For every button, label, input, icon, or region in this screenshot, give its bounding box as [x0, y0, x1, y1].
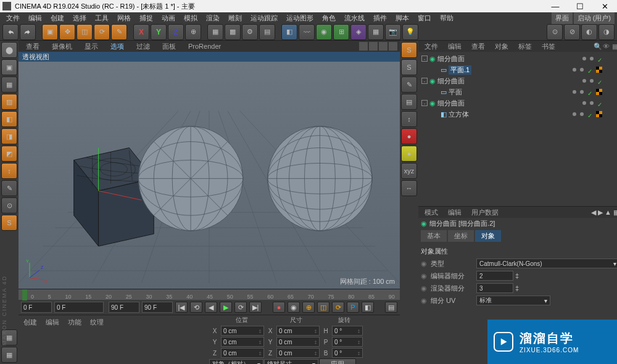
ms-9[interactable]: ↔: [401, 180, 417, 196]
ms-8[interactable]: xyz: [401, 163, 417, 179]
attr-userdata[interactable]: 用户数据: [468, 207, 502, 218]
record-key[interactable]: ●: [273, 302, 285, 313]
frame-current-input[interactable]: [54, 302, 104, 313]
vp-tab-prorender[interactable]: ProRender: [183, 41, 226, 51]
viewport-solo2[interactable]: ▦: [1, 347, 17, 363]
z-axis-lock[interactable]: Z: [168, 24, 184, 40]
tree-row[interactable]: ◧立方体✓: [420, 109, 617, 120]
menu-render[interactable]: 渲染: [202, 12, 223, 24]
sds-type-dropdown[interactable]: Catmull-Clark(N-Gons)▾: [476, 259, 617, 268]
ms-2[interactable]: S: [401, 59, 417, 75]
tree-row[interactable]: ▭平面✓: [420, 86, 617, 97]
menu-select[interactable]: 选择: [69, 12, 90, 24]
attr-edit[interactable]: 编辑: [444, 207, 465, 218]
pos-z[interactable]: 0 cm: [221, 348, 264, 358]
vp-icon-1[interactable]: [359, 42, 368, 51]
tree-expand[interactable]: -: [421, 78, 428, 84]
environment-menu[interactable]: ▦: [368, 24, 384, 40]
coord-apply[interactable]: 应用: [319, 358, 356, 364]
minimize-button[interactable]: —: [543, 0, 568, 12]
rotate-tool[interactable]: ⟳: [94, 24, 110, 40]
ms-1[interactable]: S: [401, 42, 417, 58]
menu-plugins[interactable]: 插件: [370, 12, 391, 24]
key-rot[interactable]: ⟳: [332, 302, 344, 313]
tree-row[interactable]: -◉细分曲面✓: [420, 97, 617, 109]
mat-tab-edit[interactable]: 编辑: [42, 316, 63, 328]
timeline[interactable]: 0510 152025 303540 455055 606570 758085 …: [19, 289, 400, 300]
tree-item-name[interactable]: 细分曲面: [437, 77, 465, 86]
attr-tab-object[interactable]: 对象: [475, 230, 501, 242]
snap-toggle[interactable]: ⊙: [1, 197, 17, 213]
size-x[interactable]: 0 cm: [276, 326, 320, 336]
vp-icon-3[interactable]: [379, 42, 387, 51]
last-tool[interactable]: ✎: [111, 24, 127, 40]
point-mode[interactable]: ◧: [1, 111, 17, 127]
attr-mode[interactable]: 模式: [421, 207, 442, 218]
vp-tab-filter[interactable]: 过滤: [131, 41, 155, 52]
om-object[interactable]: 对象: [491, 41, 512, 52]
attr-menu[interactable]: ▦: [613, 209, 617, 217]
ms-5[interactable]: ↕: [401, 111, 417, 127]
attr-back[interactable]: ◀: [591, 209, 596, 217]
tree-item-name[interactable]: 平面: [449, 88, 462, 97]
material-manager[interactable]: ◑: [598, 24, 615, 40]
deformer-menu[interactable]: ◈: [350, 24, 366, 40]
vp-tab-options[interactable]: 选项: [106, 41, 129, 52]
menu-sculpt[interactable]: 雕刻: [225, 12, 246, 24]
subdivision-menu[interactable]: ⊞: [333, 24, 349, 40]
frame-start-input[interactable]: [21, 302, 52, 313]
rot-h[interactable]: 0 °: [332, 326, 363, 336]
pos-y[interactable]: 0 cm: [221, 337, 264, 347]
om-menu-icon[interactable]: ▦: [612, 43, 617, 50]
close-button[interactable]: ✕: [592, 0, 617, 12]
play-back[interactable]: ◀: [205, 302, 217, 313]
menu-script[interactable]: 脚本: [392, 12, 413, 24]
vp-tab-camera[interactable]: 摄像机: [47, 41, 77, 52]
maximize-button[interactable]: ☐: [568, 0, 592, 12]
menu-pipeline[interactable]: 流水线: [341, 12, 368, 24]
step-back[interactable]: ⟲: [190, 302, 202, 313]
om-tags[interactable]: 标签: [515, 41, 536, 52]
size-y[interactable]: 0 cm: [276, 337, 320, 347]
tree-item-name[interactable]: 立方体: [449, 110, 469, 119]
rot-p[interactable]: 0 °: [332, 337, 363, 347]
mat-tab-texture[interactable]: 纹理: [86, 316, 107, 328]
x-axis-lock[interactable]: X: [133, 24, 149, 40]
menu-window[interactable]: 窗口: [414, 12, 435, 24]
subdiv-uv-dropdown[interactable]: 标准▾: [476, 296, 550, 305]
menu-simulate[interactable]: 模拟: [180, 12, 201, 24]
viewport[interactable]: YXZ 网格间距 : 100 cm: [19, 62, 400, 289]
tree-row[interactable]: -◉细分曲面✓: [420, 75, 617, 86]
menu-animate[interactable]: 动画: [158, 12, 179, 24]
mat-tab-create[interactable]: 创建: [20, 316, 41, 328]
frame-end2-input[interactable]: [142, 302, 173, 313]
redo-button[interactable]: [20, 24, 36, 40]
menu-snap[interactable]: 捕捉: [136, 12, 157, 24]
scale-tool[interactable]: ◫: [77, 24, 93, 40]
move-tool[interactable]: ✥: [59, 24, 75, 40]
layout-label[interactable]: 界面: [552, 12, 573, 24]
menu-character[interactable]: 角色: [318, 12, 339, 24]
edge-mode[interactable]: ◨: [1, 128, 17, 144]
symmetry-toggle[interactable]: S: [1, 215, 17, 231]
render-settings[interactable]: ⚙: [242, 24, 258, 40]
om-bookmarks[interactable]: 书签: [538, 41, 559, 52]
attr-tab-basic[interactable]: 基本: [421, 230, 447, 242]
picture-viewer[interactable]: ▤: [259, 24, 275, 40]
ms-4[interactable]: ▤: [401, 94, 417, 110]
axis-mode[interactable]: ↕: [1, 163, 17, 179]
coord-mode1[interactable]: 对象（相对）▾: [209, 359, 263, 364]
menu-mesh[interactable]: 网格: [114, 12, 135, 24]
size-z[interactable]: 0 cm: [276, 348, 320, 358]
y-axis-lock[interactable]: Y: [151, 24, 167, 40]
select-tool[interactable]: ▣: [42, 24, 58, 40]
menu-help[interactable]: 帮助: [436, 12, 457, 24]
attr-fwd[interactable]: ▶: [598, 209, 603, 217]
editor-subdiv-input[interactable]: 2: [476, 271, 513, 281]
polygon-mode[interactable]: ◩: [1, 146, 17, 162]
key-pla[interactable]: ◧: [362, 302, 374, 313]
workplane-mode[interactable]: ▨: [1, 94, 17, 110]
ms-6[interactable]: ●: [401, 128, 417, 144]
menu-mograph[interactable]: 运动图形: [283, 12, 317, 24]
tree-item-name[interactable]: 细分曲面: [437, 99, 465, 108]
